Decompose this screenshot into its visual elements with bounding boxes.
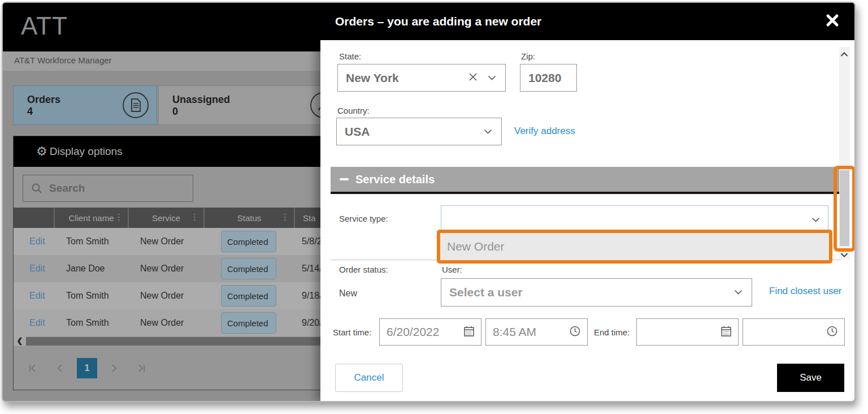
service-type-select[interactable] — [441, 205, 828, 232]
zip-value: 10280 — [528, 71, 576, 85]
end-date-input[interactable] — [636, 318, 739, 346]
verify-address-link[interactable]: Verify address — [514, 126, 575, 137]
end-time-input[interactable] — [743, 318, 845, 346]
close-icon[interactable] — [825, 13, 840, 28]
calendar-icon[interactable] — [721, 326, 731, 339]
collapse-minus-icon[interactable] — [340, 178, 349, 180]
modal-header: Orders – you are adding a new order — [320, 3, 854, 40]
scroll-up-icon[interactable] — [840, 49, 849, 58]
chevron-down-icon[interactable] — [734, 287, 743, 297]
user-label: User: — [442, 265, 462, 274]
clock-icon[interactable] — [827, 326, 837, 339]
user-placeholder: Select a user — [449, 286, 734, 299]
save-button[interactable]: Save — [777, 364, 844, 392]
service-type-option-new-order[interactable]: New Order — [437, 230, 832, 264]
country-select[interactable]: USA — [336, 118, 502, 145]
country-value: USA — [345, 125, 484, 139]
service-type-label: Service type: — [339, 214, 388, 223]
start-time-input[interactable]: 8:45 AM — [485, 318, 588, 346]
chevron-down-icon[interactable] — [484, 127, 492, 137]
modal-title: Orders – you are adding a new order — [335, 15, 541, 28]
start-time-value: 8:45 AM — [493, 325, 570, 339]
state-value: New York — [346, 71, 468, 85]
clock-icon[interactable] — [570, 326, 580, 339]
scrollbar-highlight-annotation — [834, 166, 856, 252]
service-details-title: Service details — [355, 173, 435, 186]
chevron-down-icon — [811, 215, 820, 225]
start-date-input[interactable]: 6/20/2022 — [379, 318, 481, 346]
zip-input[interactable]: 10280 — [520, 64, 577, 92]
state-label: State: — [339, 51, 361, 61]
user-select[interactable]: Select a user — [441, 278, 752, 307]
state-select[interactable]: New York — [337, 64, 506, 92]
start-date-value: 6/20/2022 — [387, 325, 464, 339]
zip-label: Zip: — [521, 51, 535, 61]
add-order-modal: Orders – you are adding a new order Stat… — [320, 3, 854, 401]
chevron-down-icon[interactable] — [488, 73, 496, 83]
clear-icon[interactable] — [468, 72, 478, 84]
find-closest-user-link[interactable]: Find closest user — [769, 286, 842, 297]
screenshot-frame: ATT AT&T Workforce Manager Orders 4 Unas… — [0, 0, 868, 414]
order-status-value: New — [339, 288, 357, 299]
start-time-label: Start time: — [333, 327, 371, 337]
calendar-icon[interactable] — [464, 326, 474, 339]
app-window: ATT AT&T Workforce Manager Orders 4 Unas… — [2, 2, 856, 402]
order-status-label: Order status: — [339, 265, 388, 274]
country-label: Country: — [337, 106, 370, 115]
service-details-section-header[interactable]: Service details — [331, 167, 840, 194]
end-time-label: End time: — [594, 327, 630, 337]
cancel-button[interactable]: Cancel — [335, 364, 403, 392]
